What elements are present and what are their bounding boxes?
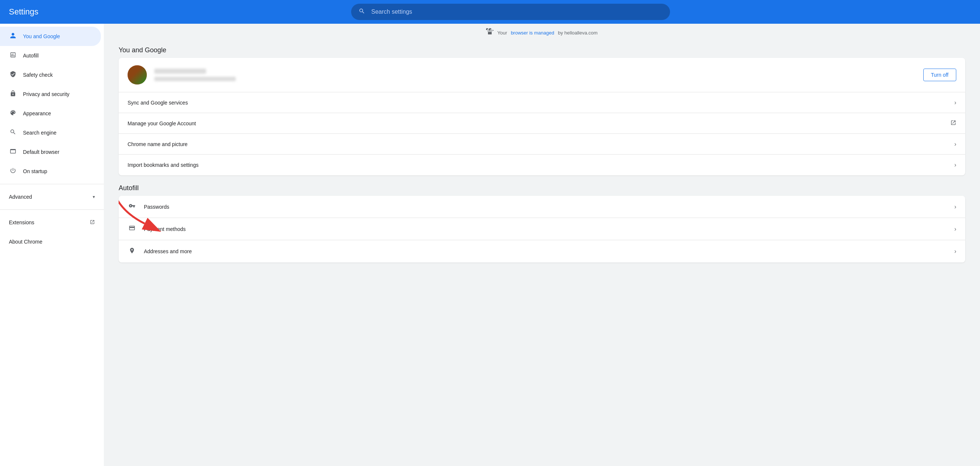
chevron-right-icon: › bbox=[955, 141, 956, 148]
you-and-google-heading: You and Google bbox=[119, 46, 965, 54]
sidebar-item-label: On startup bbox=[23, 168, 47, 174]
payment-methods-label: Payment methods bbox=[144, 226, 955, 232]
search-icon bbox=[358, 8, 365, 16]
sidebar-item-label: Search engine bbox=[23, 130, 56, 136]
chrome-name-label: Chrome name and picture bbox=[127, 141, 955, 147]
chrome-name-row[interactable]: Chrome name and picture › bbox=[119, 134, 965, 154]
sidebar-item-label: Privacy and security bbox=[23, 91, 69, 97]
lock-icon bbox=[9, 90, 17, 99]
credit-card-icon bbox=[127, 225, 137, 233]
managed-icon bbox=[486, 28, 493, 37]
sidebar-item-on-startup[interactable]: On startup bbox=[0, 162, 101, 181]
search-input[interactable] bbox=[371, 8, 663, 15]
header: Settings bbox=[0, 0, 980, 24]
sidebar-item-appearance[interactable]: Appearance bbox=[0, 104, 101, 123]
addresses-row[interactable]: Addresses and more › bbox=[119, 240, 965, 262]
addresses-label: Addresses and more bbox=[144, 248, 955, 254]
sidebar-item-label: Appearance bbox=[23, 110, 51, 116]
settings-title: Settings bbox=[9, 7, 38, 17]
extensions-label: Extensions bbox=[9, 219, 34, 226]
import-bookmarks-row[interactable]: Import bookmarks and settings › bbox=[119, 154, 965, 175]
managed-link[interactable]: browser is managed bbox=[511, 30, 554, 36]
layout: You and Google Autofill Safety check Pri… bbox=[0, 24, 980, 466]
advanced-label: Advanced bbox=[9, 194, 32, 200]
avatar-image bbox=[127, 65, 147, 84]
autofill-icon bbox=[9, 51, 17, 60]
chevron-right-icon: › bbox=[955, 204, 956, 210]
sidebar-divider-2 bbox=[0, 210, 104, 210]
manage-account-row[interactable]: Manage your Google Account bbox=[119, 113, 965, 134]
chevron-right-icon: › bbox=[955, 226, 956, 232]
key-icon bbox=[127, 202, 137, 211]
sidebar-item-safety-check[interactable]: Safety check bbox=[0, 65, 101, 84]
external-link-icon bbox=[90, 219, 95, 226]
search-bar[interactable] bbox=[351, 4, 670, 20]
turn-off-button[interactable]: Turn off bbox=[923, 68, 956, 81]
sync-label: Sync and Google services bbox=[127, 100, 955, 106]
profile-info bbox=[154, 68, 923, 81]
autofill-heading: Autofill bbox=[119, 184, 965, 192]
sidebar-item-you-and-google[interactable]: You and Google bbox=[0, 27, 101, 46]
passwords-label: Passwords bbox=[144, 204, 955, 210]
external-link-icon bbox=[950, 120, 956, 127]
sync-row[interactable]: Sync and Google services › bbox=[119, 92, 965, 113]
sidebar-item-label: Autofill bbox=[23, 52, 38, 59]
you-and-google-card: Turn off Sync and Google services › Mana… bbox=[119, 58, 965, 175]
about-label: About Chrome bbox=[9, 239, 42, 245]
sidebar-item-label: Safety check bbox=[23, 72, 52, 78]
sidebar-item-autofill[interactable]: Autofill bbox=[0, 46, 101, 65]
payment-methods-row[interactable]: Payment methods › bbox=[119, 218, 965, 240]
location-icon bbox=[127, 247, 137, 256]
search-engine-icon bbox=[9, 129, 17, 137]
passwords-row[interactable]: Passwords › bbox=[119, 196, 965, 218]
main-content: Your browser is managed by helloalleva.c… bbox=[104, 24, 980, 466]
autofill-card: Passwords › Payment methods › Addr bbox=[119, 196, 965, 262]
sidebar-item-privacy-security[interactable]: Privacy and security bbox=[0, 84, 101, 104]
profile-name bbox=[154, 68, 206, 74]
sidebar-item-default-browser[interactable]: Default browser bbox=[0, 142, 101, 162]
profile-email bbox=[154, 77, 236, 81]
sidebar-item-label: You and Google bbox=[23, 33, 60, 39]
chevron-right-icon: › bbox=[955, 248, 956, 255]
sidebar-item-advanced[interactable]: Advanced ▾ bbox=[0, 187, 104, 207]
chevron-right-icon: › bbox=[955, 99, 956, 106]
manage-account-label: Manage your Google Account bbox=[127, 121, 950, 126]
shield-icon bbox=[9, 71, 17, 80]
sidebar-item-search-engine[interactable]: Search engine bbox=[0, 123, 101, 142]
managed-banner: Your browser is managed by helloalleva.c… bbox=[119, 24, 965, 42]
managed-text-after: by helloalleva.com bbox=[558, 30, 598, 36]
sidebar-item-label: Default browser bbox=[23, 149, 59, 155]
sidebar-item-about-chrome[interactable]: About Chrome bbox=[0, 232, 101, 251]
avatar bbox=[127, 65, 147, 84]
startup-icon bbox=[9, 167, 17, 176]
person-icon bbox=[9, 32, 17, 41]
managed-text-before: Your bbox=[497, 30, 507, 36]
browser-icon bbox=[9, 148, 17, 156]
sidebar: You and Google Autofill Safety check Pri… bbox=[0, 24, 104, 466]
import-bookmarks-label: Import bookmarks and settings bbox=[127, 162, 955, 168]
sidebar-divider bbox=[0, 184, 104, 184]
palette-icon bbox=[9, 109, 17, 118]
chevron-right-icon: › bbox=[955, 162, 956, 168]
autofill-section: Autofill Passwords bbox=[119, 184, 965, 262]
profile-row: Turn off bbox=[119, 58, 965, 92]
sidebar-item-extensions[interactable]: Extensions bbox=[0, 213, 104, 232]
chevron-down-icon: ▾ bbox=[93, 194, 95, 199]
